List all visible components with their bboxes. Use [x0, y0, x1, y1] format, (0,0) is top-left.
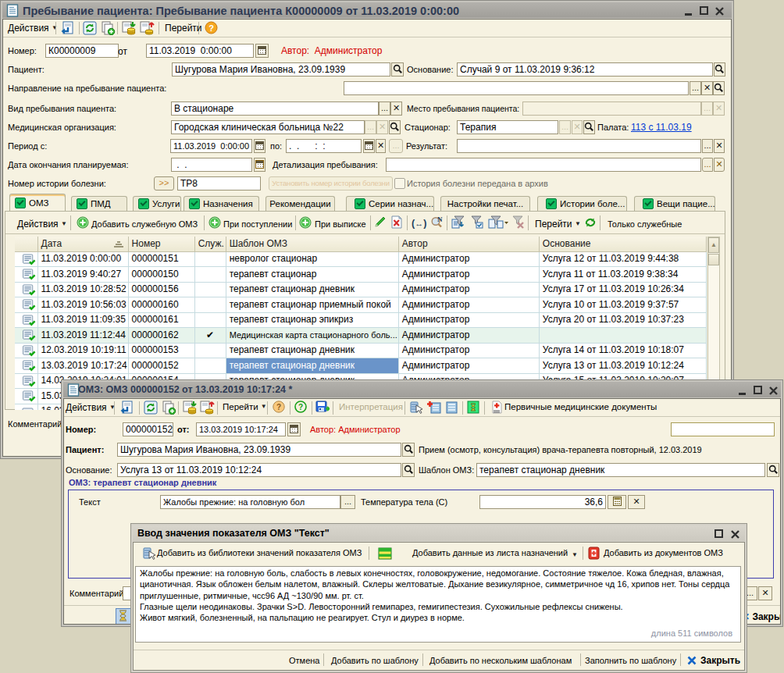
svg-text:N: N — [437, 215, 443, 223]
svg-text:?: ? — [298, 403, 303, 411]
svg-text:?: ? — [208, 23, 214, 33]
svg-text:?: ? — [276, 403, 281, 411]
